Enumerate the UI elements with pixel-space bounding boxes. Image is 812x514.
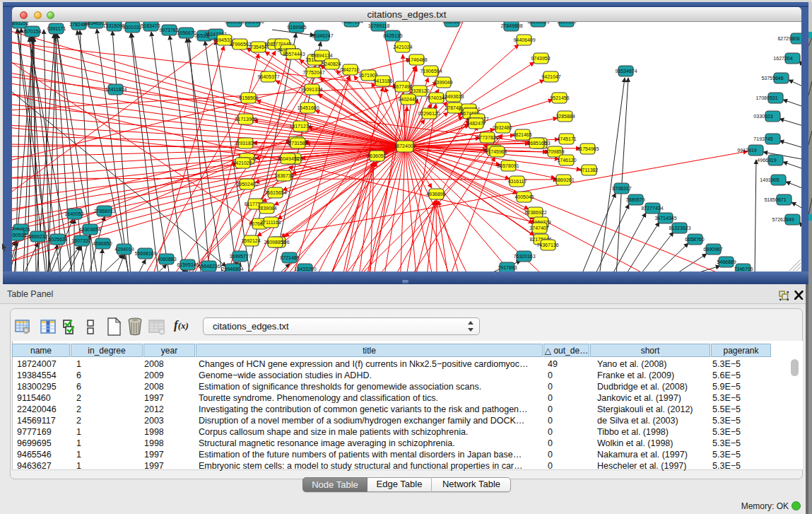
svg-text:1640052: 1640052	[64, 211, 83, 216]
svg-text:27868011: 27868011	[94, 209, 116, 214]
svg-text:1607337: 1607337	[71, 238, 90, 243]
svg-text:3619399: 3619399	[557, 22, 576, 24]
svg-text:5869232: 5869232	[28, 234, 47, 239]
svg-text:36995777: 36995777	[229, 254, 251, 259]
svg-text:3482477: 3482477	[466, 121, 486, 126]
svg-text:0980500: 0980500	[442, 22, 461, 24]
svg-text:1656670: 1656670	[177, 30, 196, 35]
svg-text:2328120: 2328120	[410, 88, 429, 93]
svg-text:8721489: 8721489	[280, 255, 299, 260]
svg-text:7839084: 7839084	[257, 206, 276, 211]
svg-text:4893252: 4893252	[12, 22, 29, 25]
svg-text:9402445: 9402445	[398, 97, 417, 102]
svg-text:4005045: 4005045	[514, 194, 534, 199]
svg-text:85574443: 85574443	[283, 52, 305, 57]
svg-text:53755646: 53755646	[761, 76, 783, 81]
svg-text:1836736: 1836736	[274, 173, 293, 178]
svg-text:1627204: 1627204	[773, 56, 792, 61]
svg-text:4060883: 4060883	[157, 257, 176, 262]
svg-text:62386922: 62386922	[524, 210, 546, 215]
svg-text:13315098: 13315098	[102, 23, 124, 28]
svg-text:15451680: 15451680	[297, 105, 319, 110]
svg-text:02296120: 02296120	[418, 111, 440, 116]
svg-text:1671902: 1671902	[358, 73, 377, 78]
svg-text:74367136: 74367136	[536, 243, 558, 247]
svg-text:3685160: 3685160	[527, 141, 546, 146]
svg-text:96405377: 96405377	[257, 74, 279, 79]
svg-text:49894134: 49894134	[310, 53, 332, 58]
svg-text:7917693: 7917693	[498, 265, 517, 270]
svg-text:1399049: 1399049	[433, 80, 452, 85]
svg-text:2421024: 2421024	[393, 45, 412, 49]
svg-text:18724007: 18724007	[394, 144, 416, 148]
svg-text:77752047: 77752047	[302, 70, 324, 75]
svg-text:9301031: 9301031	[122, 25, 141, 30]
svg-text:6658760: 6658760	[685, 237, 704, 242]
svg-text:76320163: 76320163	[513, 254, 535, 259]
svg-text:75869261: 75869261	[552, 177, 574, 182]
svg-text:94406409: 94406409	[513, 37, 535, 42]
svg-text:9636057: 9636057	[367, 153, 386, 158]
svg-text:9521456: 9521456	[550, 95, 569, 100]
svg-text:4711382: 4711382	[579, 168, 599, 173]
svg-text:9570154: 9570154	[22, 29, 41, 34]
svg-text:3709859: 3709859	[545, 149, 564, 154]
svg-text:1745961: 1745961	[488, 149, 507, 154]
svg-text:8421020: 8421020	[233, 160, 252, 165]
svg-text:4294019: 4294019	[114, 247, 134, 252]
svg-text:5466889: 5466889	[717, 259, 736, 264]
svg-text:9169985: 9169985	[287, 25, 306, 30]
svg-text:73602606: 73602606	[242, 22, 264, 24]
svg-text:87277434: 87277434	[641, 206, 663, 211]
svg-text:67737826: 67737826	[476, 135, 498, 140]
svg-text:32931839: 32931839	[234, 141, 256, 146]
svg-text:27111161: 27111161	[260, 220, 281, 225]
svg-text:7193745: 7193745	[753, 136, 772, 141]
svg-text:12411824: 12411824	[105, 87, 127, 92]
svg-text:0450533: 0450533	[12, 233, 27, 238]
svg-text:65648236: 65648236	[198, 264, 220, 269]
svg-text:5183473: 5183473	[141, 23, 160, 28]
svg-text:71906594: 71906594	[420, 69, 442, 74]
svg-text:4966319: 4966319	[757, 158, 776, 163]
svg-text:56049451: 56049451	[277, 156, 299, 161]
svg-text:4936899: 4936899	[426, 192, 445, 197]
svg-text:61595148: 61595148	[177, 262, 199, 267]
svg-text:10799118: 10799118	[368, 23, 390, 28]
svg-text:43303654: 43303654	[78, 227, 100, 232]
svg-text:9743953: 9743953	[531, 56, 550, 61]
svg-text:39502402: 39502402	[236, 182, 258, 187]
svg-text:0932480: 0932480	[493, 125, 512, 130]
svg-text:1491905: 1491905	[760, 177, 779, 182]
svg-text:13433200: 13433200	[294, 267, 316, 271]
svg-text:3285884: 3285884	[555, 114, 575, 119]
svg-text:57262849: 57262849	[772, 217, 794, 222]
svg-text:86578091: 86578091	[497, 163, 519, 168]
svg-text:3747407: 3747407	[529, 226, 548, 230]
svg-text:0330923: 0330923	[753, 114, 772, 119]
svg-text:4316117: 4316117	[508, 179, 527, 184]
svg-text:17080531: 17080531	[755, 95, 777, 100]
svg-text:9912419: 9912419	[737, 148, 756, 153]
svg-text:4745171: 4745171	[557, 136, 576, 141]
svg-text:74687234: 74687234	[341, 22, 363, 24]
svg-text:5240824: 5240824	[322, 62, 341, 66]
svg-text:51850671: 51850671	[764, 197, 786, 202]
svg-text:9973763: 9973763	[159, 28, 178, 33]
svg-text:9821465: 9821465	[512, 132, 531, 137]
svg-text:9413186: 9413186	[373, 78, 392, 83]
svg-text:93534874: 93534874	[615, 69, 637, 74]
svg-text:1746120: 1746120	[557, 158, 576, 163]
svg-text:62729806: 62729806	[777, 36, 799, 41]
svg-text:55698169: 55698169	[134, 251, 156, 256]
svg-text:0842710: 0842710	[340, 67, 359, 72]
svg-text:9421047: 9421047	[541, 74, 560, 79]
svg-text:7346706: 7346706	[734, 267, 753, 271]
svg-text:5158506: 5158506	[239, 95, 258, 100]
svg-text:34714345: 34714345	[654, 216, 676, 221]
svg-text:6025634: 6025634	[48, 237, 67, 242]
svg-text:29946804: 29946804	[221, 267, 243, 271]
svg-text:28098851: 28098851	[264, 240, 286, 245]
svg-text:81223623: 81223623	[669, 226, 690, 230]
svg-text:13493618: 13493618	[442, 94, 464, 99]
